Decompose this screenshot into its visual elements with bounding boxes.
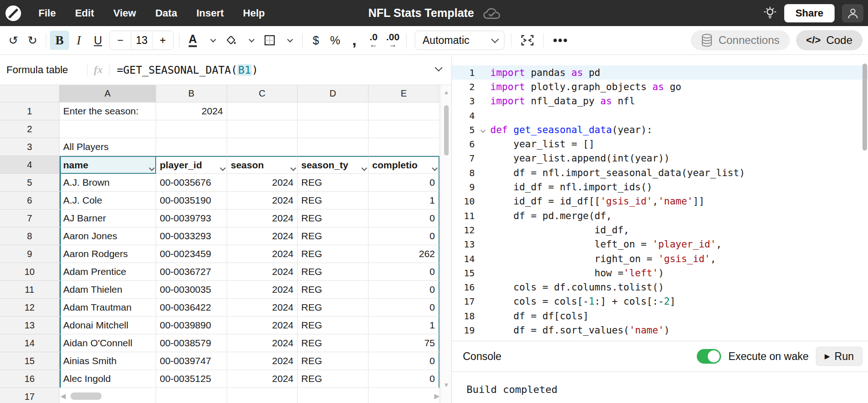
row-header-6[interactable]: 6 [0, 192, 60, 210]
cell-C7[interactable]: 2024 [227, 210, 298, 227]
fill-color-dropdown[interactable] [241, 31, 260, 50]
cell-D12[interactable]: REG [298, 299, 369, 317]
code-line-16[interactable]: 16 cols = df.columns.tolist() [452, 280, 868, 294]
column-dropdown-chevron-icon[interactable] [149, 162, 153, 173]
cell-C6[interactable]: 2024 [227, 192, 298, 210]
menu-item-help[interactable]: Help [243, 7, 265, 19]
cell-A2[interactable] [60, 120, 156, 138]
grid-corner[interactable] [0, 85, 60, 102]
row-header-4[interactable]: 4 [0, 156, 60, 174]
cell-B16[interactable]: 00-0035125 [156, 370, 227, 388]
quadratic-logo-icon[interactable] [5, 5, 21, 21]
cell-C8[interactable]: 2024 [227, 227, 298, 245]
cell-D5[interactable]: REG [298, 174, 369, 192]
row-header-15[interactable]: 15 [0, 352, 60, 370]
row-header-14[interactable]: 14 [0, 334, 60, 352]
code-line-4[interactable]: 4 [452, 108, 868, 123]
cell-D2[interactable] [298, 120, 369, 138]
code-line-1[interactable]: 1import pandas as pd [452, 65, 868, 80]
cell-C10[interactable]: 2024 [227, 263, 298, 281]
cell-E1[interactable] [369, 102, 439, 120]
borders-dropdown[interactable] [279, 31, 298, 50]
font-size-increase-button[interactable]: + [152, 31, 173, 50]
cell-E12[interactable]: 0 [369, 299, 439, 317]
cell-E14[interactable]: 75 [369, 334, 439, 352]
cell-C4[interactable]: season [227, 156, 298, 174]
run-button[interactable]: ▶ Run [816, 347, 863, 366]
vertical-scroll-thumb[interactable] [444, 105, 449, 156]
cell-D1[interactable] [298, 102, 369, 120]
cell-E15[interactable]: 0 [369, 352, 439, 370]
cell-B11[interactable]: 00-0030035 [156, 281, 227, 299]
cell-C15[interactable]: 2024 [227, 352, 298, 370]
cell-B15[interactable]: 00-0039747 [156, 352, 227, 370]
cell-E13[interactable]: 1 [369, 317, 439, 334]
name-box[interactable]: Formula table [0, 64, 87, 76]
row-header-3[interactable]: 3 [0, 138, 60, 156]
cell-A1[interactable]: Enter the season: [60, 102, 156, 120]
menu-item-file[interactable]: File [38, 7, 56, 19]
cell-B2[interactable] [156, 120, 227, 138]
cell-C13[interactable]: 2024 [227, 317, 298, 334]
cell-B13[interactable]: 00-0039890 [156, 317, 227, 334]
code-editor[interactable]: 1import pandas as pd2import plotly.graph… [452, 55, 868, 341]
cell-A4[interactable]: name [60, 156, 156, 174]
connections-button[interactable]: Connections [691, 30, 789, 50]
bold-button[interactable]: B [50, 31, 69, 50]
cell-A16[interactable]: Alec Ingold [60, 370, 156, 388]
column-header-A[interactable]: A [60, 85, 156, 102]
cell-A7[interactable]: AJ Barner [60, 210, 156, 227]
cell-B7[interactable]: 00-0039793 [156, 210, 227, 227]
cell-B14[interactable]: 00-0038579 [156, 334, 227, 352]
code-line-15[interactable]: 15 how ='left') [452, 266, 868, 280]
cell-B6[interactable]: 00-0035190 [156, 192, 227, 210]
avatar-button[interactable] [842, 4, 863, 22]
cell-E10[interactable]: 0 [369, 263, 439, 281]
code-line-6[interactable]: 6 year_list = [] [452, 137, 868, 151]
cell-A15[interactable]: Ainias Smith [60, 352, 156, 370]
cell-C16[interactable]: 2024 [227, 370, 298, 388]
borders-button[interactable] [260, 31, 279, 50]
scroll-right-icon[interactable]: ▶ [434, 392, 439, 400]
font-size-decrease-button[interactable]: − [110, 31, 131, 50]
code-line-18[interactable]: 18 df = df[cols] [452, 309, 868, 323]
code-line-19[interactable]: 19 df = df.sort_values('name') [452, 323, 868, 337]
cell-D14[interactable]: REG [298, 334, 369, 352]
row-header-1[interactable]: 1 [0, 102, 60, 120]
row-header-16[interactable]: 16 [0, 370, 60, 388]
execute-on-wake-toggle[interactable] [697, 349, 721, 364]
cell-C2[interactable] [227, 120, 298, 138]
cell-B12[interactable]: 00-0036422 [156, 299, 227, 317]
code-line-13[interactable]: 13 left_on = 'player_id', [452, 237, 868, 252]
menu-item-view[interactable]: View [113, 7, 136, 19]
formula-expand-chevron-icon[interactable] [435, 64, 443, 71]
column-header-B[interactable]: B [156, 85, 227, 102]
menu-item-insert[interactable]: Insert [196, 7, 224, 19]
code-line-12[interactable]: 12 id_df, [452, 223, 868, 237]
row-header-13[interactable]: 13 [0, 317, 60, 334]
code-line-8[interactable]: 8 df = nfl.import_seasonal_data(year_lis… [452, 166, 868, 180]
percent-format-button[interactable]: % [326, 31, 345, 50]
code-line-17[interactable]: 17 cols = cols[-1:] + cols[:-2] [452, 295, 868, 309]
column-dropdown-chevron-icon[interactable] [220, 162, 224, 173]
cell-D7[interactable]: REG [298, 210, 369, 227]
cell-C9[interactable]: 2024 [227, 245, 298, 263]
cell-D4[interactable]: season_ty [298, 156, 369, 174]
column-header-D[interactable]: D [298, 85, 369, 102]
row-header-7[interactable]: 7 [0, 210, 60, 227]
code-line-9[interactable]: 9 id_df = nfl.import_ids() [452, 180, 868, 194]
cell-D10[interactable]: REG [298, 263, 369, 281]
code-line-7[interactable]: 7 year_list.append(int(year)) [452, 151, 868, 166]
code-line-5[interactable]: 5def get_seasonal_data(year): [452, 123, 868, 137]
code-button[interactable]: </> Code [796, 30, 863, 50]
grid-vertical-scrollbar[interactable]: ▲ ▼ [440, 85, 451, 403]
more-options-button[interactable]: ••• [550, 31, 571, 50]
cell-A8[interactable]: Aaron Jones [60, 227, 156, 245]
decrease-decimals-button[interactable]: .0 ← [364, 31, 383, 50]
code-editor-scrollbar[interactable] [863, 64, 867, 150]
cell-A13[interactable]: Adonai Mitchell [60, 317, 156, 334]
cell-D9[interactable]: REG [298, 245, 369, 263]
code-line-3[interactable]: 3import nfl_data_py as nfl [452, 94, 868, 108]
menu-item-edit[interactable]: Edit [75, 7, 94, 19]
cell-E3[interactable] [369, 138, 439, 156]
